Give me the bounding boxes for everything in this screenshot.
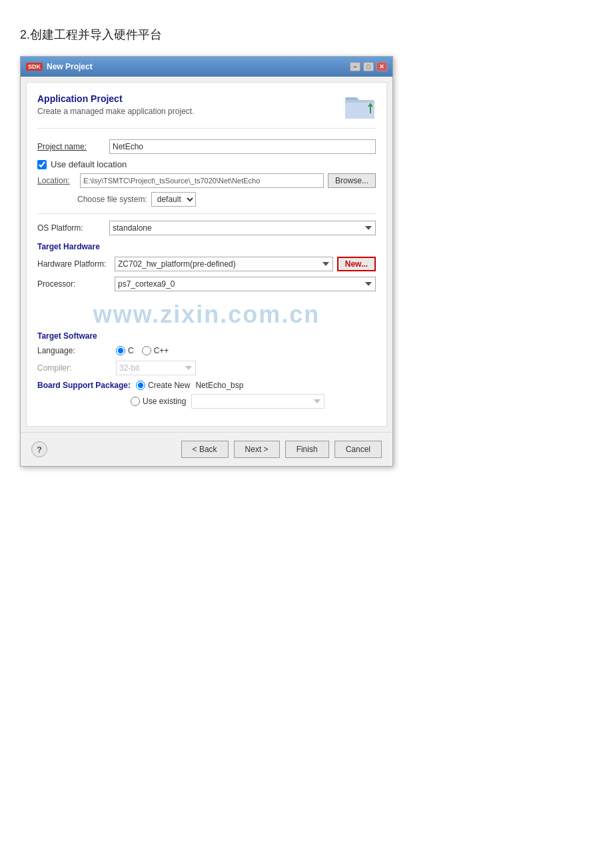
- minimize-button[interactable]: −: [350, 62, 360, 71]
- processor-select[interactable]: ps7_cortexa9_0: [115, 277, 376, 291]
- maximize-button[interactable]: □: [363, 62, 374, 71]
- use-default-row: Use default location: [37, 159, 376, 169]
- filesystem-row: Choose file system: default: [37, 192, 376, 207]
- os-platform-select[interactable]: standalone: [109, 221, 376, 235]
- language-c-label: C: [128, 346, 134, 355]
- browse-button[interactable]: Browse...: [328, 173, 376, 188]
- create-new-radio[interactable]: [136, 381, 145, 390]
- language-c-option: C: [116, 346, 134, 355]
- svg-rect-3: [370, 107, 371, 113]
- language-cpp-label: C++: [154, 346, 169, 355]
- language-radio-group: C C++: [116, 346, 169, 355]
- language-cpp-option: C++: [142, 346, 169, 355]
- use-existing-radio[interactable]: [131, 397, 140, 406]
- dialog-title: New Project: [47, 62, 93, 71]
- target-software-title: Target Software: [37, 331, 376, 341]
- title-bar: SDK New Project − □ ✕: [21, 57, 392, 77]
- project-name-label: Project name:: [37, 142, 104, 151]
- use-existing-option: Use existing: [131, 397, 186, 406]
- next-button[interactable]: Next >: [234, 441, 280, 458]
- dialog-body: Application Project Create a managed mak…: [26, 82, 387, 427]
- filesystem-label: Choose file system:: [77, 195, 147, 204]
- language-row: Language: C C++: [37, 346, 376, 355]
- target-hardware-section: Target Hardware Hardware Platform: ZC702…: [37, 242, 376, 291]
- next-label: Next >: [245, 445, 269, 454]
- project-name-row: Project name:: [37, 139, 376, 154]
- processor-label: Processor:: [37, 279, 111, 289]
- location-label: Location:: [37, 176, 76, 185]
- new-hardware-button[interactable]: New...: [337, 257, 376, 271]
- create-new-option: Create New: [136, 381, 190, 390]
- use-existing-row: Use existing: [37, 394, 376, 409]
- use-existing-label: Use existing: [143, 397, 186, 406]
- title-bar-buttons: − □ ✕: [350, 62, 387, 71]
- sdk-badge: SDK: [26, 63, 43, 71]
- watermark-text: www.zixin.com.cn: [93, 301, 320, 329]
- watermark-area: www.zixin.com.cn: [37, 298, 376, 331]
- location-input[interactable]: [80, 173, 324, 188]
- finish-button[interactable]: Finish: [285, 441, 329, 458]
- target-hardware-title: Target Hardware: [37, 242, 376, 251]
- use-default-label: Use default location: [51, 159, 127, 169]
- app-project-title: Application Project: [37, 93, 194, 104]
- language-label: Language:: [37, 346, 111, 355]
- use-existing-select[interactable]: [191, 394, 324, 409]
- processor-row: Processor: ps7_cortexa9_0: [37, 277, 376, 291]
- os-platform-row: OS Platform: standalone: [37, 221, 376, 235]
- close-button[interactable]: ✕: [376, 62, 387, 71]
- project-name-input[interactable]: [109, 139, 376, 154]
- page-heading: 2.创建工程并导入硬件平台: [20, 27, 593, 43]
- use-default-checkbox[interactable]: [37, 160, 47, 169]
- language-c-radio[interactable]: [116, 346, 125, 355]
- compiler-label: Compiler:: [37, 363, 111, 373]
- cancel-label: Cancel: [346, 445, 370, 454]
- os-platform-label: OS Platform:: [37, 223, 104, 233]
- back-label: < Back: [193, 445, 217, 454]
- back-button[interactable]: < Back: [181, 441, 229, 458]
- help-button[interactable]: ?: [31, 441, 47, 457]
- header-text: Application Project Create a managed mak…: [37, 93, 194, 116]
- target-software-section: Target Software Language: C C++ Com: [37, 331, 376, 409]
- create-new-label: Create New: [148, 381, 190, 390]
- hardware-platform-row: Hardware Platform: ZC702_hw_platform(pre…: [37, 257, 376, 271]
- hardware-platform-label: Hardware Platform:: [37, 259, 111, 269]
- bottom-bar: ? < Back Next > Finish Cancel: [21, 432, 392, 466]
- folder-icon: [344, 93, 376, 120]
- language-cpp-radio[interactable]: [142, 346, 151, 355]
- dialog-window: SDK New Project − □ ✕ Application Projec…: [20, 56, 393, 467]
- filesystem-select[interactable]: default: [151, 192, 196, 207]
- location-row: Location: Browse...: [37, 173, 376, 188]
- bsp-label: Board Support Package:: [37, 381, 131, 390]
- bsp-row: Board Support Package: Create New NetEch…: [37, 381, 376, 390]
- cancel-button[interactable]: Cancel: [334, 441, 382, 458]
- compiler-select[interactable]: 32-bit: [116, 361, 196, 375]
- app-project-description: Create a managed make application projec…: [37, 107, 194, 116]
- compiler-row: Compiler: 32-bit: [37, 361, 376, 375]
- header-section: Application Project Create a managed mak…: [37, 93, 376, 129]
- bsp-name: NetEcho_bsp: [195, 381, 243, 390]
- divider-1: [37, 213, 376, 214]
- title-bar-left: SDK New Project: [26, 62, 93, 71]
- finish-label: Finish: [297, 445, 318, 454]
- hardware-platform-select[interactable]: ZC702_hw_platform(pre-defined): [115, 257, 333, 271]
